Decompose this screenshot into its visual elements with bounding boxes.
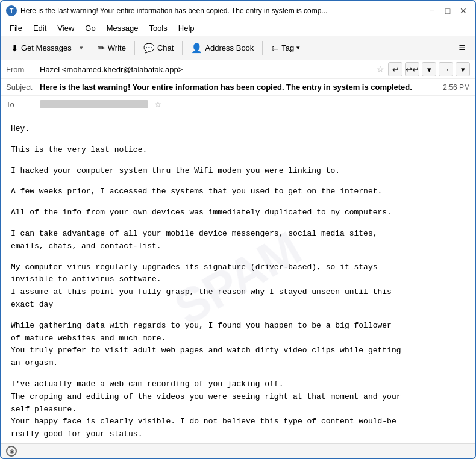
email-body[interactable]: Hey.This is the very last notice.I hacke… — [1, 113, 475, 443]
email-window: T Here is the last warning! Your entire … — [0, 0, 476, 459]
maximize-button[interactable]: □ — [441, 4, 454, 17]
email-header: From Hazel <mohamed.khedr@talabatak.app>… — [1, 60, 475, 113]
email-paragraph: I've actually made a web cam recording o… — [11, 378, 465, 441]
window-title: Here is the last warning! Your entire in… — [20, 7, 422, 15]
subject-value: Here is the last warning! Your entire in… — [40, 83, 434, 92]
menu-message[interactable]: Message — [102, 22, 143, 34]
write-icon: ✏ — [98, 43, 105, 54]
from-star-icon[interactable]: ☆ — [377, 64, 384, 74]
from-row: From Hazel <mohamed.khedr@talabatak.app>… — [1, 60, 475, 79]
get-messages-label: Get Messages — [21, 43, 72, 52]
menu-tools[interactable]: Tools — [144, 22, 172, 34]
email-paragraph: I can take advantage of all your mobile … — [11, 228, 465, 253]
write-button[interactable]: ✏ Write — [93, 40, 131, 56]
to-label: To — [6, 100, 36, 109]
app-icon: T — [6, 5, 17, 16]
get-messages-button[interactable]: ⬇ Get Messages — [6, 40, 77, 56]
to-star-icon[interactable]: ☆ — [154, 99, 162, 109]
forward-button[interactable]: → — [439, 62, 453, 76]
toolbar: ⬇ Get Messages ▾ ✏ Write 💬 Chat 👤 Addres… — [1, 36, 475, 60]
address-book-button[interactable]: 👤 Address Book — [186, 40, 258, 56]
to-value — [40, 100, 148, 108]
reply-button[interactable]: ↩ — [388, 62, 402, 76]
to-row: To ☆ — [1, 96, 475, 113]
connection-icon: ◉ — [6, 446, 17, 457]
email-paragraph: I hacked your computer system thru the W… — [11, 165, 465, 178]
separator-1 — [89, 41, 89, 55]
address-book-label: Address Book — [205, 43, 254, 52]
from-value: Hazel <mohamed.khedr@talabatak.app> — [40, 65, 371, 74]
subject-row: Subject Here is the last warning! Your e… — [1, 79, 475, 96]
get-messages-icon: ⬇ — [11, 43, 19, 54]
title-bar: T Here is the last warning! Your entire … — [1, 1, 475, 20]
menu-help[interactable]: Help — [174, 22, 199, 34]
email-paragraph: Hey. — [11, 123, 465, 136]
forward-dropdown-button[interactable]: ▾ — [456, 62, 470, 76]
chat-icon: 💬 — [143, 43, 155, 54]
menu-file[interactable]: File — [5, 22, 27, 34]
menu-bar: File Edit View Go Message Tools Help — [1, 20, 475, 36]
menu-go[interactable]: Go — [80, 22, 100, 34]
chat-label: Chat — [157, 43, 174, 52]
tag-button[interactable]: 🏷 Tag ▾ — [266, 41, 305, 55]
address-book-icon: 👤 — [191, 43, 202, 54]
status-bar: ◉ — [1, 443, 475, 458]
separator-3 — [182, 41, 183, 55]
separator-4 — [262, 41, 263, 55]
close-button[interactable]: ✕ — [457, 4, 470, 17]
tag-icon: 🏷 — [271, 43, 279, 52]
chat-button[interactable]: 💬 Chat — [139, 40, 178, 56]
write-label: Write — [108, 43, 126, 52]
email-paragraph: While gathering data with regards to you… — [11, 320, 465, 370]
email-paragraph: All of the info from your own devices wa… — [11, 207, 465, 219]
window-controls: − □ ✕ — [425, 4, 470, 17]
menu-edit[interactable]: Edit — [28, 22, 51, 34]
tag-dropdown-arrow: ▾ — [296, 44, 300, 52]
email-time: 2:56 PM — [443, 83, 470, 92]
email-paragraph: This is the very last notice. — [11, 144, 465, 157]
minimize-button[interactable]: − — [425, 4, 439, 17]
email-paragraph: A few weeks prior, I accessed the system… — [11, 186, 465, 198]
separator-2 — [134, 41, 135, 55]
menu-view[interactable]: View — [52, 22, 79, 34]
nav-buttons: ↩ ↩↩ ▾ → ▾ — [388, 62, 470, 76]
from-label: From — [6, 65, 36, 74]
subject-label: Subject — [6, 83, 36, 92]
email-body-wrapper: SPAM Hey.This is the very last notice.I … — [1, 113, 475, 443]
get-messages-dropdown[interactable]: ▾ — [78, 42, 85, 54]
email-paragraph: My computer virus regularly upgrades its… — [11, 261, 465, 311]
reply-dropdown-button[interactable]: ▾ — [422, 62, 436, 76]
tag-label: Tag — [281, 43, 294, 52]
reply-all-button[interactable]: ↩↩ — [405, 62, 419, 76]
hamburger-menu-button[interactable]: ≡ — [454, 39, 470, 57]
